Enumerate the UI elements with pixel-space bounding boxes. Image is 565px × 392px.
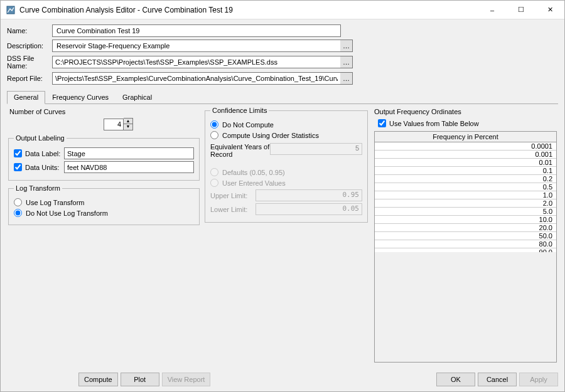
frequency-cell[interactable]: 0.001 — [375, 151, 556, 159]
output-frequency-ordinates-label: Output Frequency Ordinates — [374, 108, 461, 115]
upper-limit-field: 0.95 — [256, 189, 362, 201]
frequency-cell[interactable]: 0.0001 — [375, 142, 556, 151]
close-icon: ✕ — [547, 6, 553, 14]
output-frequency-ordinates-group: Output Frequency Ordinates Use Values fr… — [373, 107, 557, 366]
ok-button[interactable]: OK — [436, 373, 475, 386]
description-input-wrap — [52, 40, 341, 52]
data-label-input[interactable] — [64, 147, 194, 159]
number-of-curves-label: Number of Curves — [9, 108, 200, 115]
tab-graphical[interactable]: Graphical — [116, 91, 159, 104]
apply-button: Apply — [519, 373, 558, 386]
frequency-cell[interactable]: 0.2 — [375, 175, 556, 183]
close-button[interactable]: ✕ — [535, 1, 564, 19]
report-file-value: \Projects\Test\SSP_Examples\CurveCombina… — [55, 75, 338, 82]
output-labeling-legend: Output Labeling — [14, 134, 67, 142]
minimize-button[interactable]: – — [478, 1, 507, 19]
number-of-curves-spinner[interactable]: ▲ ▼ — [104, 118, 133, 130]
maximize-button[interactable]: ☐ — [507, 1, 535, 19]
dss-file-field[interactable]: C:\PROJECTS\SSP\Projects\Test\SSP_Exampl… — [52, 56, 341, 68]
do-not-use-log-radio[interactable] — [14, 209, 22, 217]
frequency-cell[interactable]: 80.0 — [375, 240, 556, 248]
do-not-use-log-label: Do Not Use Log Transform — [26, 209, 108, 217]
svg-rect-0 — [7, 6, 14, 14]
description-input[interactable] — [55, 41, 338, 50]
bottom-button-bar: Compute Plot View Report OK Cancel Apply — [1, 369, 564, 391]
frequency-table-header: Frequency in Percent — [375, 132, 556, 142]
name-input[interactable] — [55, 26, 338, 35]
ellipsis-icon: … — [343, 75, 350, 82]
plot-button[interactable]: Plot — [121, 373, 159, 386]
name-label: Name: — [7, 27, 52, 34]
spinner-down-button[interactable]: ▼ — [124, 124, 132, 130]
report-file-field[interactable]: \Projects\Test\SSP_Examples\CurveCombina… — [52, 72, 341, 85]
app-icon — [6, 5, 16, 15]
user-entered-label: User Entered Values — [222, 179, 286, 187]
confidence-limits-legend: Confidence Limits — [210, 107, 269, 114]
lower-limit-label: Lower Limit: — [210, 206, 256, 213]
equivalent-years-field: 5 — [270, 143, 362, 155]
frequency-cell[interactable]: 50.0 — [375, 232, 556, 240]
tabstrip: General Frequency Curves Graphical — [7, 91, 558, 104]
frequency-cell[interactable]: 0.1 — [375, 167, 556, 175]
frequency-cell[interactable]: 1.0 — [375, 191, 556, 199]
frequency-cell[interactable]: 0.01 — [375, 159, 556, 167]
ellipsis-icon: … — [343, 42, 350, 50]
description-label: Description: — [7, 42, 52, 50]
defaults-radio — [210, 168, 218, 176]
dss-file-label: DSS File Name: — [7, 55, 52, 70]
data-label-checkbox[interactable] — [14, 149, 22, 157]
dss-browse-button[interactable]: … — [340, 56, 353, 68]
ellipsis-icon: … — [343, 58, 350, 66]
report-browse-button[interactable]: … — [340, 72, 353, 85]
compute-button[interactable]: Compute — [78, 373, 118, 386]
use-log-label: Use Log Transform — [26, 199, 85, 206]
frequency-cell[interactable]: 20.0 — [375, 224, 556, 232]
upper-limit-label: Upper Limit: — [210, 192, 256, 199]
compute-order-stats-radio[interactable] — [210, 131, 218, 139]
window-title: Curve Combination Analysis Editor - Curv… — [19, 6, 478, 14]
spinner-up-button[interactable]: ▲ — [124, 119, 132, 124]
user-entered-radio — [210, 179, 218, 187]
description-browse-button[interactable]: … — [340, 40, 353, 52]
data-units-label: Data Units: — [25, 164, 64, 171]
log-transform-legend: Log Transform — [14, 184, 62, 192]
frequency-cell[interactable]: 10.0 — [375, 216, 556, 224]
use-values-checkbox[interactable] — [378, 119, 386, 127]
confidence-limits-group: Confidence Limits Do Not Compute Compute… — [205, 107, 368, 223]
equivalent-years-label: Equivalent Years of Record — [210, 143, 270, 158]
frequency-cell[interactable]: 0.5 — [375, 183, 556, 191]
use-values-label: Use Values from Table Below — [389, 120, 479, 127]
output-labeling-group: Output Labeling Data Label: Data Units: — [8, 134, 200, 181]
dss-file-value: C:\PROJECTS\SSP\Projects\Test\SSP_Exampl… — [55, 58, 277, 66]
view-report-button: View Report — [162, 373, 211, 386]
frequency-table-body[interactable]: 0.00010.0010.010.10.20.51.02.05.010.020.… — [375, 142, 556, 252]
tab-page-general: Number of Curves ▲ ▼ Output Labeling — [7, 104, 558, 366]
cancel-button[interactable]: Cancel — [478, 373, 517, 386]
use-log-radio[interactable] — [14, 198, 22, 206]
log-transform-group: Log Transform Use Log Transform Do Not U… — [8, 184, 200, 225]
name-input-wrap — [52, 24, 341, 37]
number-of-curves-input[interactable] — [104, 119, 124, 130]
app-window: Curve Combination Analysis Editor - Curv… — [0, 0, 565, 392]
lower-limit-field: 0.05 — [256, 203, 362, 215]
frequency-table-empty-area — [375, 252, 556, 362]
do-not-compute-label: Do Not Compute — [222, 121, 274, 129]
compute-order-stats-label: Compute Using Order Statistics — [222, 132, 319, 139]
data-units-checkbox[interactable] — [14, 163, 22, 171]
maximize-icon: ☐ — [518, 6, 524, 14]
frequency-cell[interactable]: 5.0 — [375, 208, 556, 216]
tab-frequency-curves[interactable]: Frequency Curves — [45, 91, 116, 104]
do-not-compute-radio[interactable] — [210, 120, 218, 129]
frequency-table[interactable]: Frequency in Percent 0.00010.0010.010.10… — [374, 131, 557, 363]
data-label-label: Data Label: — [25, 150, 64, 157]
titlebar[interactable]: Curve Combination Analysis Editor - Curv… — [1, 1, 564, 19]
report-file-label: Report File: — [7, 75, 52, 82]
defaults-label: Defaults (0.05, 0.95) — [222, 169, 285, 176]
tab-general[interactable]: General — [7, 91, 45, 104]
data-units-input[interactable] — [64, 161, 194, 173]
frequency-cell[interactable]: 2.0 — [375, 199, 556, 208]
minimize-icon: – — [490, 6, 494, 14]
